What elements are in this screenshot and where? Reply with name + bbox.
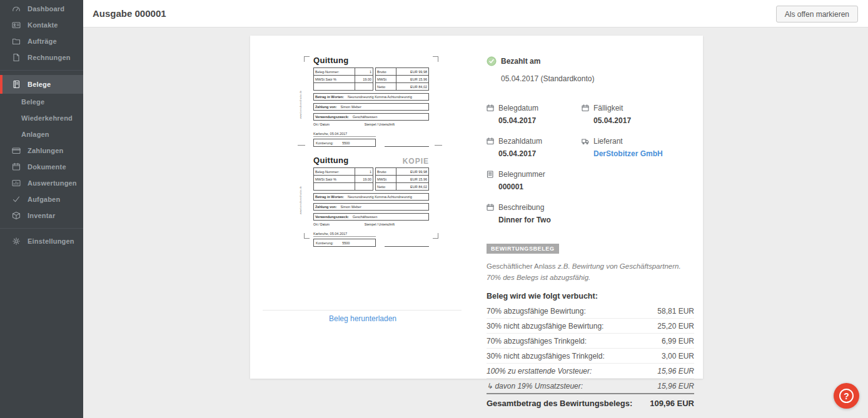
receipt-signature-labels: Ort / DatumStempel / Unterschrift: [313, 222, 429, 226]
sidebar-label: Kontakte: [28, 21, 58, 29]
receipt-signature-line: [385, 139, 429, 147]
sidebar-item-aufgaben[interactable]: Aufgaben: [0, 191, 83, 207]
paid-check-icon: [487, 56, 497, 66]
scan-watermark: www.berndsvordrucke.de: [299, 186, 302, 214]
dashboard-icon: [12, 4, 21, 13]
receipt-account-box: Kontierung:5500: [313, 139, 376, 147]
ledger-icon: [487, 171, 494, 178]
sidebar-item-inventar[interactable]: Inventar: [0, 207, 83, 224]
folder-icon: [12, 37, 21, 46]
calendar-icon: [487, 104, 494, 112]
help-button[interactable]: ?: [834, 383, 859, 409]
field-beschreibung: Beschreibung Dinner for Two: [487, 203, 582, 224]
scan-watermark: www.berndsvordrucke.de: [299, 91, 302, 119]
receipt-left-table: Beleg-Nummer:1 MWSt Satz %19,00: [313, 167, 373, 191]
document-icon: [12, 53, 21, 62]
crop-mark: [433, 56, 438, 62]
field-faelligkeit: Fälligkeit 05.04.2017: [582, 104, 694, 125]
calendar-icon: [12, 162, 21, 171]
line-item: 70% abzugsfähiges Trinkgeld:6,99 EUR: [487, 334, 694, 349]
sidebar-item-belege[interactable]: Belege: [0, 75, 83, 94]
gear-icon: [12, 237, 21, 246]
paid-label: Bezahlt am: [501, 57, 540, 66]
receipt-payer: Zahlung von:Simon Weber: [313, 203, 429, 211]
line-item: ↳ davon 19% Umsatzsteuer:15,96 EUR: [487, 379, 694, 394]
crop-mark: [304, 56, 310, 62]
sidebar-label: Aufgaben: [28, 196, 60, 203]
field-bezahldatum: Bezahldatum 05.04.2017: [487, 137, 582, 158]
sidebar-label: Inventar: [28, 212, 55, 219]
receipt-account-box: Kontierung:5500: [313, 239, 376, 247]
receipt-left-table: Beleg-Nummer:1 MWSt Satz %19,00: [313, 67, 373, 91]
sidebar-label: Rechnungen: [28, 54, 71, 61]
contacts-icon: [12, 21, 21, 29]
sidebar-divider: [0, 70, 83, 71]
sidebar-item-auftraege[interactable]: Aufträge: [0, 33, 83, 49]
receipt-scan-preview: www.berndsvordrucke.de www.berndsvordruc…: [306, 53, 436, 247]
mark-as-open-button[interactable]: Als offen markieren: [776, 6, 858, 22]
sidebar-item-rechnungen[interactable]: Rechnungen: [0, 49, 83, 66]
crop-mark: [435, 145, 442, 151]
receipt-right-table: BruttoEUR 99,98 MWStEUR 15,96 NettoEUR 8…: [375, 167, 429, 191]
receipt-icon: [12, 80, 21, 89]
question-mark-icon: ?: [839, 389, 854, 403]
sidebar-subitem-wiederkehrend[interactable]: Wiederkehrend: [0, 110, 83, 126]
field-lieferant: Lieferant DerStobitzer GmbH: [582, 137, 694, 158]
package-icon: [12, 211, 21, 220]
sidebar-subitem-anlagen[interactable]: Anlagen: [0, 126, 83, 142]
sidebar-subitem-belege[interactable]: Belege: [0, 94, 83, 110]
sidebar-item-auswertungen[interactable]: Auswertungen: [0, 175, 83, 191]
sidebar-item-einstellungen[interactable]: Einstellungen: [0, 233, 83, 249]
truck-icon: [582, 137, 589, 145]
supplier-link[interactable]: DerStobitzer GmbH: [593, 149, 694, 158]
receipt-signature-labels: Ort / DatumStempel / Unterschrift: [313, 122, 429, 126]
receipt-right-table: BruttoEUR 99,98 MWStEUR 15,96 NettoEUR 8…: [375, 67, 429, 91]
line-item: 100% zu erstattende Vorsteuer:15,96 EUR: [487, 364, 694, 379]
receipt-title: Quittung: [313, 56, 429, 65]
copy-watermark: KOPIE: [403, 157, 429, 166]
line-item: 30% nicht abzugsfähige Bewirtung:25,20 E…: [487, 319, 694, 334]
sidebar-sublabel: Belege: [21, 98, 44, 106]
crop-mark: [433, 233, 438, 239]
field-belegdatum: Belegdatum 05.04.2017: [487, 104, 582, 125]
calendar-icon: [487, 137, 494, 145]
credit-card-icon: [12, 146, 21, 155]
details-panel: Bezahlt am 05.04.2017 (Standardkonto) Be…: [487, 36, 694, 408]
sidebar-sublabel: Wiederkehrend: [21, 114, 73, 122]
total-row: Gesamtbetrag des Bewirtungsbelegs:109,96…: [487, 393, 694, 408]
receipt-purpose: Verwendungszweck:Geschäftsessen: [313, 113, 429, 121]
sidebar-label: Belege: [28, 81, 51, 88]
crop-mark: [298, 145, 305, 151]
line-item: 70% abzugsfähige Bewirtung:58,81 EUR: [487, 304, 694, 319]
sidebar-item-zahlungen[interactable]: Zahlungen: [0, 142, 83, 159]
booking-title: Beleg wird wie folgt verbucht:: [487, 292, 694, 301]
sidebar-label: Aufträge: [28, 37, 57, 45]
booking-line-items: 70% abzugsfähige Bewirtung:58,81 EUR 30%…: [487, 304, 694, 408]
receipt-city-date: Karlsruhe, 05.04.2017: [313, 232, 376, 237]
crop-mark: [304, 233, 310, 239]
line-item: 30% nicht abzugsfähiges Trinkgeld:3,00 E…: [487, 349, 694, 364]
sidebar-label: Auswertungen: [28, 179, 77, 187]
note-icon: [487, 204, 494, 211]
sidebar: Dashboard Kontakte Aufträge Rechnungen B…: [0, 0, 83, 418]
receipt-city-date: Karlsruhe, 05.04.2017: [313, 132, 376, 137]
receipt-original: Quittung Beleg-Nummer:1 MWSt Satz %19,00…: [313, 56, 429, 147]
field-belegnummer: Belegnummer 000001: [487, 170, 582, 191]
sidebar-item-dokumente[interactable]: Dokumente: [0, 159, 83, 175]
calendar-icon: [582, 104, 589, 112]
receipt-purpose: Verwendungszweck:Geschäftsessen: [313, 213, 429, 221]
sidebar-item-kontakte[interactable]: Kontakte: [0, 17, 83, 33]
sidebar-sublabel: Anlagen: [21, 131, 49, 138]
sidebar-label: Dokumente: [28, 163, 66, 171]
deduction-note: Geschäftlicher Anlass z.B. Bewirtung von…: [487, 261, 694, 284]
page-title: Ausgabe 000001: [93, 8, 166, 19]
field-empty: [582, 203, 694, 224]
top-bar: Ausgabe 000001 Als offen markieren: [83, 0, 868, 27]
sidebar-item-dashboard[interactable]: Dashboard: [0, 1, 83, 17]
receipt-amount-words: Betrag in Worten:Neunundneunzig Komma Ac…: [313, 93, 429, 101]
preview-divider: [263, 310, 462, 311]
bewirtungsbeleg-badge: BEWIRTUNGSBELEG: [487, 244, 559, 254]
chart-icon: [12, 179, 21, 187]
receipt-payer: Zahlung von:Simon Weber: [313, 103, 429, 111]
download-receipt-link[interactable]: Beleg herunterladen: [250, 314, 475, 323]
